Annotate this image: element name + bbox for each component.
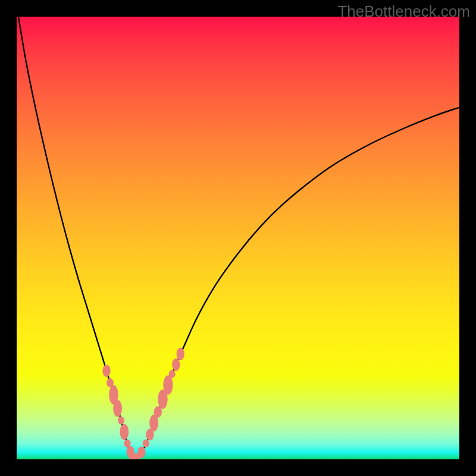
bead-marker	[113, 400, 122, 416]
bead-marker	[120, 424, 129, 440]
bead-marker	[137, 446, 145, 458]
bead-marker	[118, 416, 124, 424]
bead-marker	[177, 348, 184, 361]
plot-background	[17, 17, 459, 459]
chart-container: TheBottleneck.com	[0, 0, 476, 476]
bead-marker	[169, 370, 176, 378]
bead-marker	[143, 440, 149, 447]
bead-marker	[102, 365, 110, 377]
curve-right-curve	[139, 108, 459, 458]
bead-marker	[163, 375, 173, 395]
bead-marker	[172, 358, 180, 371]
watermark-text: TheBottleneck.com	[337, 2, 470, 21]
chart-svg	[17, 17, 459, 459]
